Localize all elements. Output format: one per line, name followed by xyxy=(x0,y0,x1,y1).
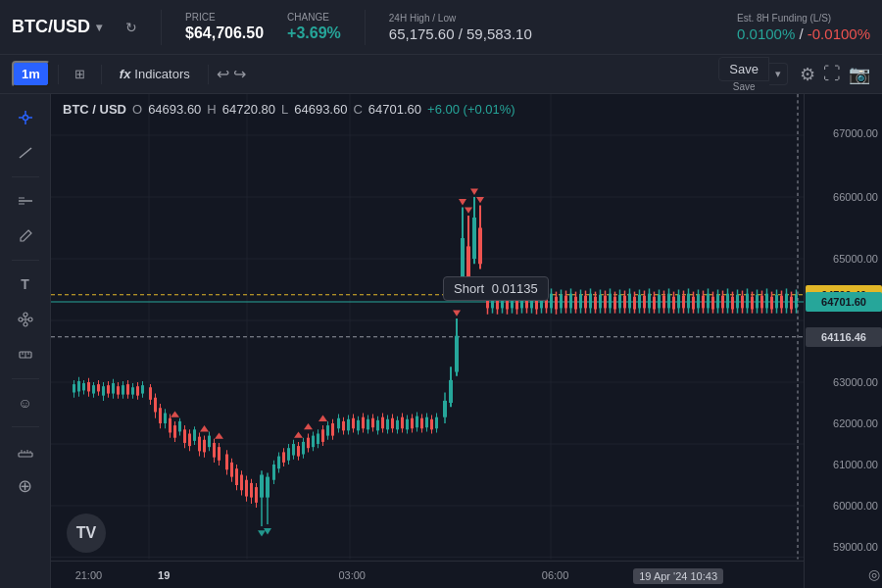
svg-marker-212 xyxy=(453,311,461,317)
price-60000: 60000.00 xyxy=(833,500,878,512)
svg-point-9 xyxy=(19,318,23,321)
price-66000: 66000.00 xyxy=(833,191,878,203)
ruler-tool[interactable] xyxy=(10,435,41,466)
pencil-tool[interactable] xyxy=(10,220,41,252)
save-dropdown-button[interactable]: ▾ xyxy=(769,63,788,85)
gear-icon[interactable]: ⚙ xyxy=(800,64,815,85)
bottom-right-icon[interactable]: ◎ xyxy=(868,566,880,582)
tradingview-logo: TV xyxy=(67,514,106,553)
symbol-text: BTC/USD xyxy=(12,17,90,37)
chart-container: T ☺ xyxy=(0,94,882,588)
price-64701-value: 64701.60 xyxy=(821,296,866,308)
camera-icon[interactable]: 📷 xyxy=(849,64,870,85)
emoji-tool[interactable]: ☺ xyxy=(10,387,41,418)
svg-marker-149 xyxy=(294,431,303,437)
svg-rect-19 xyxy=(19,453,32,457)
fullscreen-icon[interactable]: ⛶ xyxy=(823,64,841,85)
undo-redo-group: ↩ ↪ xyxy=(217,65,246,83)
svg-marker-209 xyxy=(470,189,478,195)
separator-1 xyxy=(161,10,162,45)
ohlc-h-value: 64720.80 xyxy=(222,102,275,117)
toolbar: 1m ⊞ fx Indicators ↩ ↪ Save Save ▾ ⚙ ⛶ 📷 xyxy=(0,55,882,94)
left-toolbar: T ☺ xyxy=(0,94,51,588)
svg-line-5 xyxy=(20,148,31,158)
save-sub: Save xyxy=(733,81,756,92)
tv-logo-text: TV xyxy=(76,524,96,542)
ohlc-o-label: O xyxy=(132,102,142,117)
svg-marker-211 xyxy=(465,208,472,214)
symbol-chevron: ▾ xyxy=(96,21,102,34)
funding-long: 0.0100% xyxy=(737,25,795,42)
save-group: Save Save ▾ xyxy=(718,57,788,92)
svg-point-12 xyxy=(24,322,27,326)
svg-marker-208 xyxy=(459,199,466,205)
measure-tool[interactable] xyxy=(10,339,41,370)
ohlc-symbol: BTC / USD xyxy=(63,102,126,117)
hl-label: 24H High / Low xyxy=(389,13,532,24)
svg-point-4 xyxy=(23,116,27,121)
funding-section: Est. 8H Funding (L/S) 0.0100% / -0.0100% xyxy=(737,13,870,42)
svg-marker-150 xyxy=(304,423,313,429)
save-button[interactable]: Save xyxy=(718,57,769,81)
funding-value: 0.0100% / -0.0100% xyxy=(737,25,870,42)
horizontal-ray-tool[interactable] xyxy=(10,185,41,217)
save-label: Save xyxy=(729,62,759,76)
refresh-icon[interactable]: ↻ xyxy=(125,20,137,35)
timeframe-button[interactable]: 1m xyxy=(12,61,50,87)
svg-marker-151 xyxy=(318,416,327,421)
chart-main: BTC / USD O64693.60 H64720.80 L64693.60 … xyxy=(51,94,804,588)
crosshair-tool[interactable] xyxy=(10,102,41,133)
price-axis: 67000.00 66000.00 65000.00 63000.00 6200… xyxy=(804,94,882,588)
time-badge: 19 Apr '24 10:43 xyxy=(633,568,723,584)
ohlc-bar: BTC / USD O64693.60 H64720.80 L64693.60 … xyxy=(63,102,515,117)
change-section: Change +3.69% xyxy=(287,12,341,42)
toolbar-right-icons: ⚙ ⛶ 📷 xyxy=(800,64,870,85)
candles-sideways xyxy=(337,412,438,434)
svg-marker-101 xyxy=(200,425,209,431)
symbol-selector[interactable]: BTC/USD ▾ xyxy=(12,17,102,37)
price-63000: 63000.00 xyxy=(833,376,878,388)
tool-separator-2 xyxy=(12,260,39,261)
short-tooltip: Short 0.01135 xyxy=(443,276,549,301)
candles-left xyxy=(73,377,144,401)
undo-button[interactable]: ↩ xyxy=(217,65,229,83)
change-label: Change xyxy=(287,12,341,23)
ohlc-c-value: 64701.60 xyxy=(368,102,421,117)
tool-separator-1 xyxy=(12,176,39,177)
separator-2 xyxy=(365,10,366,45)
svg-marker-121 xyxy=(258,530,266,536)
price-64116-value: 64116.46 xyxy=(821,331,866,343)
node-tool[interactable] xyxy=(10,304,41,335)
short-value: 0.01135 xyxy=(492,281,538,296)
indicators-label: Indicators xyxy=(134,67,189,81)
price-badge-64116: 64116.46 xyxy=(806,327,882,347)
indicators-button[interactable]: fx Indicators xyxy=(110,63,200,85)
price-section: Price $64,706.50 xyxy=(185,12,264,42)
funding-label: Est. 8H Funding (L/S) xyxy=(737,13,870,24)
tool-separator-3 xyxy=(12,378,39,379)
redo-button[interactable]: ↪ xyxy=(233,65,246,83)
price-label: Price xyxy=(185,12,264,23)
funding-sep: / xyxy=(799,25,807,42)
funding-short: -0.0100% xyxy=(808,25,870,42)
svg-marker-210 xyxy=(476,197,484,203)
price-61000: 61000.00 xyxy=(833,459,878,470)
ohlc-l-label: L xyxy=(281,102,288,117)
time-label-0300: 03:00 xyxy=(338,569,366,581)
tool-separator-4 xyxy=(12,426,39,427)
short-label: Short xyxy=(454,281,484,296)
trend-line-tool[interactable] xyxy=(10,137,41,169)
time-label-19: 19 xyxy=(158,569,170,581)
time-label-2100: 21:00 xyxy=(75,569,103,581)
top-bar: BTC/USD ▾ ↻ Price $64,706.50 Change +3.6… xyxy=(0,0,882,55)
indicators-fx-icon: fx xyxy=(120,67,131,81)
chart-type-button[interactable]: ⊞ xyxy=(67,63,93,85)
ohlc-l-value: 64693.60 xyxy=(294,102,347,117)
candles-bottom xyxy=(225,450,271,536)
add-indicator-tool[interactable]: ⊕ xyxy=(10,470,41,502)
svg-point-11 xyxy=(28,318,32,321)
candles-spike xyxy=(443,189,484,423)
text-tool[interactable]: T xyxy=(10,269,41,300)
price-badge-64701: 64701.60 xyxy=(806,292,882,312)
hl-section: 24H High / Low 65,175.60 / 59,583.10 xyxy=(389,13,532,42)
